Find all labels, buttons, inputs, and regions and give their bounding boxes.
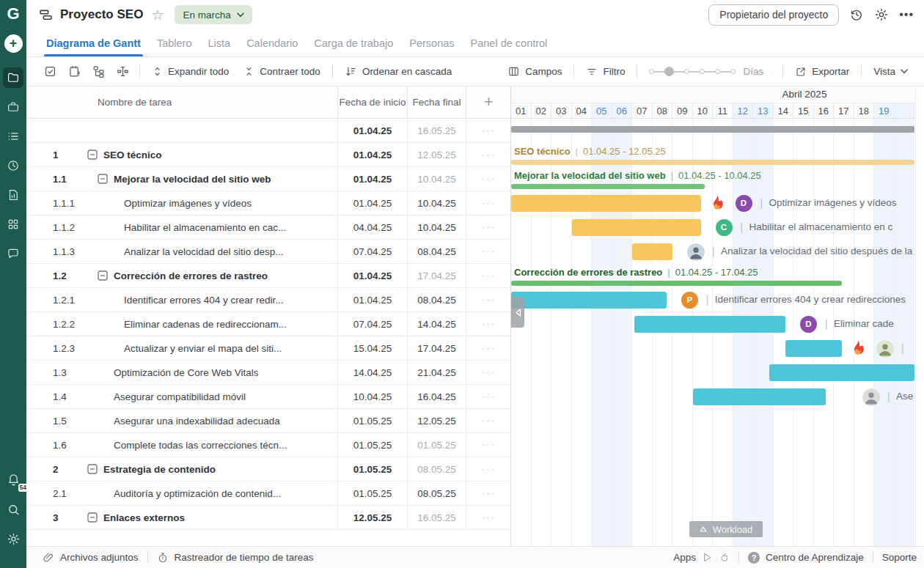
chart-scroll-gutter[interactable] [915,86,924,546]
more-options-icon[interactable]: ••• [899,9,914,21]
task-end-date[interactable]: 16.04.25 [407,385,466,409]
tab-carga-de-trabajo[interactable]: Carga de trabajo [306,29,401,56]
collapse-all-button[interactable]: Contraer todo [236,65,328,78]
task-start-date[interactable]: 07.04.25 [337,240,407,264]
task-start-date[interactable]: 01.05.25 [337,433,407,457]
row-actions-menu[interactable]: ··· [466,506,511,530]
row-actions-menu[interactable]: ··· [466,409,511,433]
task-start-date[interactable]: 04.04.25 [337,215,407,240]
task-name[interactable]: Habilitar el almacenamiento en cac... [124,215,334,240]
fields-button[interactable]: Campos [500,65,569,78]
group-bar[interactable] [511,160,914,165]
collapse-toggle-icon[interactable] [98,270,108,281]
project-owner-button[interactable]: Propietario del proyecto [708,4,839,26]
assignee-avatar[interactable] [876,340,894,358]
task-bar[interactable] [769,364,914,381]
row-actions-menu[interactable]: ··· [466,385,511,409]
attachments-button[interactable]: Archivos adjuntos [43,552,139,564]
zoom-stop-2[interactable] [684,69,689,74]
task-name[interactable]: Eliminar cadenas de redireccionam... [124,312,334,336]
expand-all-button[interactable]: Expandir todo [144,65,236,78]
filter-button[interactable]: Filtro [579,66,632,78]
task-end-date[interactable]: 08.05.25 [407,457,466,482]
row-actions-menu[interactable]: ··· [466,143,511,167]
task-name[interactable]: SEO técnico [103,143,334,167]
row-actions-menu[interactable]: ··· [466,457,511,482]
bulk-select-icon[interactable] [38,64,62,78]
create-new-button[interactable]: + [4,34,23,53]
assignee-avatar[interactable] [862,388,880,406]
collapse-toggle-icon[interactable] [87,464,98,474]
tab-tablero[interactable]: Tablero [149,29,200,56]
apps-link[interactable]: Apps [673,552,730,563]
row-actions-menu[interactable]: ··· [466,433,511,457]
task-end-date[interactable]: 17.04.25 [407,264,466,288]
row-actions-menu[interactable]: ··· [466,240,511,264]
assignee-avatar[interactable]: C [716,219,733,236]
view-dropdown[interactable]: Vista [866,66,915,77]
sidebar-item-report-icon[interactable] [3,185,23,205]
row-actions-menu[interactable]: ··· [466,482,511,506]
zoom-stop-5[interactable] [730,69,736,74]
assignee-avatar[interactable]: P [681,292,698,309]
learning-center-link[interactable]: ? Centro de Aprendizaje [748,552,864,564]
row-actions-menu[interactable]: ··· [466,191,511,215]
task-name[interactable]: Auditoría y optimización de contenid... [114,482,334,506]
assignee-avatar[interactable]: D [800,316,817,333]
table-collapse-handle[interactable] [511,297,524,328]
sidebar-item-apps-grid-icon[interactable] [3,214,23,235]
task-start-date[interactable]: 01.04.25 [337,264,407,288]
task-bar[interactable] [511,292,667,309]
zoom-stop-4[interactable] [715,69,720,74]
overdue-tasks-icon[interactable] [62,64,87,78]
task-end-date[interactable]: 12.05.25 [407,409,466,433]
task-start-date[interactable]: 01.04.25 [337,167,407,191]
sidebar-item-list-icon[interactable] [3,126,23,147]
task-name[interactable]: Asegurar una indexabilidad adecuada [114,409,334,433]
task-end-date[interactable]: 21.04.25 [407,361,466,385]
task-start-date[interactable]: 15.04.25 [337,336,407,361]
collapse-toggle-icon[interactable] [87,512,98,523]
project-status-dropdown[interactable]: En marcha [175,5,252,24]
group-bar[interactable] [511,184,705,189]
task-end-date[interactable]: 10.04.25 [407,167,466,191]
task-start-date[interactable]: 01.04.25 [337,143,407,167]
task-end-date[interactable]: 08.04.25 [407,240,466,264]
column-header-name[interactable]: Nombre de tarea [98,86,172,119]
row-actions-menu[interactable]: ··· [466,361,511,385]
task-end-date[interactable]: 14.04.25 [407,312,466,336]
task-name[interactable]: Identificar errores 404 y crear redir... [124,288,334,312]
row-actions-menu[interactable]: ··· [466,167,511,191]
support-link[interactable]: Soporte [882,552,917,563]
row-actions-menu[interactable]: ··· [466,119,511,143]
task-start-date[interactable]: 01.05.25 [337,482,407,506]
task-start-date[interactable]: 01.04.25 [337,191,407,215]
timeline-zoom-slider[interactable] [649,67,736,76]
column-header-end[interactable]: Fecha final [407,86,466,118]
export-button[interactable]: Exportar [788,66,857,78]
sidebar-item-clock-icon[interactable] [3,155,23,176]
task-end-date[interactable]: 16.05.25 [407,506,466,530]
zoom-stop-1[interactable] [664,67,674,76]
task-end-date[interactable]: 12.05.25 [407,143,466,167]
task-start-date[interactable]: 10.04.25 [337,385,407,409]
collapse-toggle-icon[interactable] [98,174,108,184]
task-name[interactable]: Complete todas las correcciones técn... [114,433,334,457]
task-bar[interactable] [634,316,785,333]
task-name[interactable]: Optimizar imágenes y vídeos [124,191,334,215]
tab-calendario[interactable]: Calendario [238,29,306,56]
search-icon[interactable] [3,499,23,520]
task-end-date[interactable]: 17.04.25 [407,336,466,361]
task-end-date[interactable]: 10.04.25 [407,191,466,215]
column-header-start[interactable]: Fecha de inicio [337,86,407,118]
tab-gantt[interactable]: Diagrama de Gantt [38,29,149,56]
task-bar[interactable] [785,340,842,357]
favorite-star-icon[interactable]: ☆ [151,8,164,22]
task-end-date[interactable]: 10.04.25 [407,215,466,240]
ganttpro-logo[interactable]: G [7,6,19,22]
settings-gear-icon[interactable] [3,528,23,549]
sidebar-item-briefcase-icon[interactable] [3,97,23,117]
sidebar-item-folder-icon[interactable] [3,67,23,88]
group-bar[interactable] [511,281,842,286]
hierarchy-icon[interactable] [87,64,111,78]
